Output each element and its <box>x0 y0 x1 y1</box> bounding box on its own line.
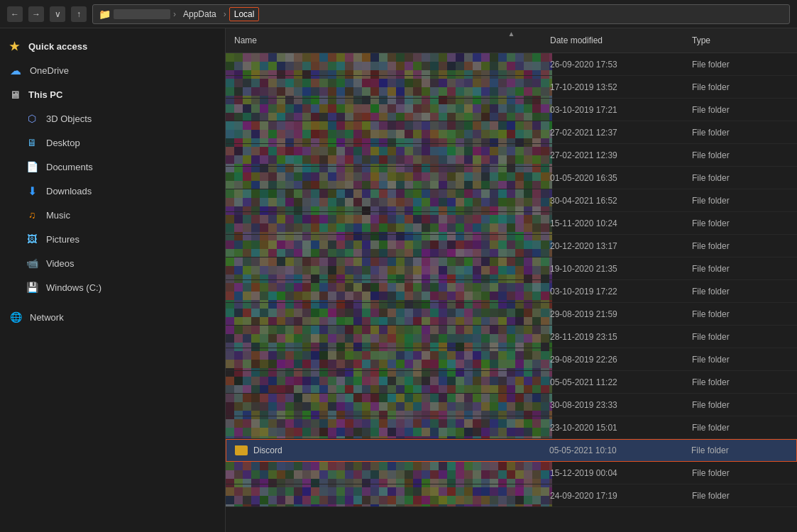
file-date: 17-10-2019 13:52 <box>542 82 683 92</box>
pc-icon: 🖥 <box>7 87 21 101</box>
table-row[interactable]: 30-08-2019 23:33File folder <box>226 394 797 416</box>
file-type: File folder <box>683 309 797 319</box>
file-date: 03-10-2019 17:21 <box>542 105 683 115</box>
up-button[interactable]: ↑ <box>71 6 87 22</box>
table-row[interactable]: 01-05-2020 16:35File folder <box>226 167 797 189</box>
documents-label: Documents <box>46 162 93 172</box>
sidebar-item-this-pc[interactable]: 🖥 This PC <box>0 82 225 106</box>
file-name: Discord <box>253 445 282 455</box>
videos-label: Videos <box>46 258 75 269</box>
table-row[interactable]: 27-02-2021 12:39File folder <box>226 144 797 167</box>
table-row[interactable]: 23-10-2020 15:01File folder <box>226 416 797 439</box>
file-type: File folder <box>683 128 797 138</box>
sidebar-item-quick-access[interactable]: ★ Quick access <box>0 34 225 58</box>
address-local[interactable]: Local <box>229 7 260 21</box>
separator-2: › <box>224 9 226 19</box>
col-header-name[interactable]: Name <box>226 31 542 50</box>
file-type: File folder <box>683 82 797 92</box>
pictures-icon: 🖼 <box>25 232 39 246</box>
folder-icon <box>235 445 248 455</box>
table-row[interactable]: 28-11-2019 23:15File folder <box>226 326 797 348</box>
windows-c-label: Windows (C:) <box>46 282 101 293</box>
table-row[interactable]: 19-10-2020 21:35File folder <box>226 257 797 280</box>
cloud-icon: ☁ <box>9 63 23 77</box>
file-date: 29-08-2019 21:59 <box>542 309 683 319</box>
sidebar-item-music[interactable]: ♫ Music <box>0 203 225 227</box>
sidebar-item-onedrive[interactable]: ☁ OneDrive <box>0 58 225 82</box>
recent-button[interactable]: ∨ <box>50 6 65 22</box>
file-date: 05-05-2021 11:22 <box>542 377 683 387</box>
col-header-type[interactable]: Type <box>683 31 797 50</box>
file-type: File folder <box>683 287 797 297</box>
downloads-label: Downloads <box>46 186 92 196</box>
drive-icon: 💾 <box>25 280 39 294</box>
sort-up-arrow: ▲ <box>508 30 515 38</box>
table-row[interactable]: 27-02-2021 12:37File folder <box>226 121 797 144</box>
file-date: 05-05-2021 10:10 <box>541 445 683 455</box>
table-row[interactable]: 26-09-2020 17:53File folder <box>226 53 797 76</box>
table-row[interactable]: 15-11-2020 10:24File folder <box>226 212 797 235</box>
main-layout: ★ Quick access ☁ OneDrive 🖥 This PC ⬡ 3D… <box>0 28 797 532</box>
file-list[interactable]: 26-09-2020 17:53File folder17-10-2019 13… <box>226 53 797 532</box>
file-type: File folder <box>683 105 797 115</box>
sidebar-item-network[interactable]: 🌐 Network <box>0 305 225 329</box>
file-date: 15-12-2019 00:04 <box>542 468 683 478</box>
sidebar-item-videos[interactable]: 📹 Videos <box>0 251 225 275</box>
table-row[interactable]: 05-05-2021 11:22File folder <box>226 371 797 394</box>
col-header-date[interactable]: Date modified <box>542 31 683 50</box>
file-date: 20-12-2020 13:17 <box>542 241 683 251</box>
file-date: 24-09-2020 17:19 <box>542 491 683 501</box>
file-type: File folder <box>683 241 797 251</box>
file-date: 01-05-2020 16:35 <box>542 173 683 183</box>
titlebar: ← → ∨ ↑ 📁 › AppData › Local <box>0 0 797 28</box>
sidebar-item-downloads[interactable]: ⬇ Downloads <box>0 179 225 203</box>
music-icon: ♫ <box>25 208 39 222</box>
table-row[interactable]: 30-04-2021 16:52File folder <box>226 189 797 212</box>
onedrive-label: OneDrive <box>30 65 69 76</box>
file-type: File folder <box>683 468 797 478</box>
file-type: File folder <box>683 264 797 274</box>
sidebar-item-windows-c[interactable]: 💾 Windows (C:) <box>0 275 225 299</box>
network-label: Network <box>30 312 64 323</box>
separator-1: › <box>173 9 176 19</box>
documents-icon: 📄 <box>25 160 39 174</box>
file-date: 30-08-2019 23:33 <box>542 400 683 410</box>
table-row[interactable]: 03-10-2019 17:22File folder <box>226 280 797 303</box>
file-date: 03-10-2019 17:22 <box>542 287 683 297</box>
address-bar[interactable]: 📁 › AppData › Local <box>92 4 790 24</box>
column-headers: ▲ Name Date modified Type <box>226 28 797 53</box>
table-row[interactable]: 15-12-2019 00:04File folder <box>226 462 797 484</box>
table-row[interactable]: 29-08-2019 22:26File folder <box>226 348 797 371</box>
address-appdata[interactable]: AppData <box>179 8 221 21</box>
table-row[interactable]: 03-10-2019 17:21File folder <box>226 99 797 121</box>
sidebar-item-3d-objects[interactable]: ⬡ 3D Objects <box>0 106 225 131</box>
desktop-icon: 🖥 <box>25 135 39 150</box>
back-button[interactable]: ← <box>7 6 23 22</box>
sidebar-item-documents[interactable]: 📄 Documents <box>0 155 225 179</box>
table-row[interactable]: 17-10-2019 13:52File folder <box>226 76 797 99</box>
file-type: File folder <box>683 60 797 70</box>
file-date: 26-09-2020 17:53 <box>542 60 683 70</box>
quick-access-label: Quick access <box>28 41 87 52</box>
forward-button[interactable]: → <box>28 6 44 22</box>
table-row[interactable]: 20-12-2020 13:17File folder <box>226 235 797 257</box>
file-type: File folder <box>683 423 797 433</box>
table-row[interactable]: Discord05-05-2021 10:10File folder <box>226 439 797 462</box>
sidebar-item-pictures[interactable]: 🖼 Pictures <box>0 227 225 251</box>
file-type: File folder <box>683 196 797 206</box>
sidebar-item-desktop[interactable]: 🖥 Desktop <box>0 131 225 155</box>
file-type: File folder <box>683 355 797 365</box>
table-row[interactable]: 29-08-2019 21:59File folder <box>226 303 797 326</box>
file-date: 27-02-2021 12:39 <box>542 150 683 160</box>
sidebar: ★ Quick access ☁ OneDrive 🖥 This PC ⬡ 3D… <box>0 28 226 532</box>
videos-icon: 📹 <box>25 256 39 270</box>
file-type: File folder <box>683 218 797 228</box>
downloads-icon: ⬇ <box>25 184 39 198</box>
music-label: Music <box>46 210 70 221</box>
desktop-label: Desktop <box>46 138 80 148</box>
table-row[interactable]: 24-09-2020 17:19File folder <box>226 484 797 507</box>
content-area: ▲ Name Date modified Type 26-09-2020 17:… <box>226 28 797 532</box>
file-date: 19-10-2020 21:35 <box>542 264 683 274</box>
address-user-segment <box>114 9 170 19</box>
file-date: 23-10-2020 15:01 <box>542 423 683 433</box>
